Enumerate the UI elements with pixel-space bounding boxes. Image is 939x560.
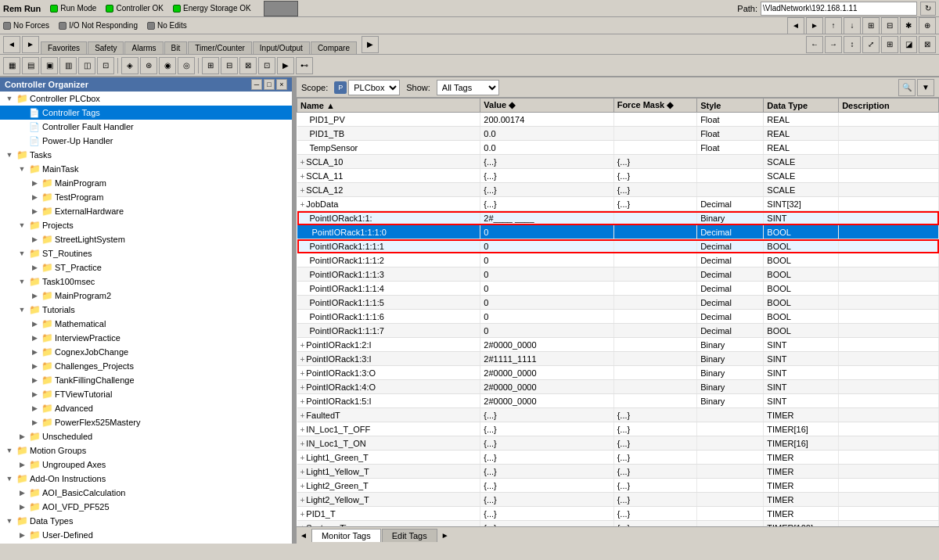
tab-compare[interactable]: Compare: [311, 41, 357, 54]
tree-toggle-ftview-tutorial[interactable]: ▶: [28, 388, 41, 400]
icon-btn-4[interactable]: ▥: [59, 57, 77, 74]
tree-toggle-aoi-basic-calculation[interactable]: ▶: [16, 486, 28, 499]
icon-btn-9[interactable]: ◉: [159, 57, 176, 74]
tree-item-controller-tags[interactable]: 📄Controller Tags: [0, 106, 292, 120]
expand-btn[interactable]: +: [300, 369, 305, 378]
tree-toggle-main-program[interactable]: ▶: [28, 177, 41, 189]
tree-item-st-routines[interactable]: ▼📁ST_Routines: [0, 246, 292, 260]
tab-inputoutput[interactable]: Input/Output: [253, 41, 310, 54]
toolbar-btn2[interactable]: ↓: [844, 17, 861, 34]
nav-prev-button[interactable]: ◄: [3, 36, 20, 53]
table-row[interactable]: +FaultedT {...} {...} TIMER: [297, 408, 939, 422]
tree-toggle-unscheduled[interactable]: ▶: [16, 430, 28, 443]
secondary-btn5[interactable]: ⊞: [881, 36, 898, 53]
tree-toggle-projects[interactable]: ▼: [16, 219, 28, 232]
tree-item-motion-groups[interactable]: ▼📁Motion Groups: [0, 443, 292, 458]
table-row[interactable]: +PointIORack1:5:I 2#0000_0000 Binary SIN…: [297, 394, 939, 408]
expand-btn[interactable]: +: [300, 496, 305, 504]
tree-item-add-on-instructions[interactable]: ▼📁Add-On Instructions: [0, 472, 292, 486]
expand-btn[interactable]: +: [300, 200, 305, 209]
path-input[interactable]: [761, 2, 917, 16]
table-row[interactable]: +SCLA_10 {...} {...} SCALE: [297, 155, 939, 169]
table-row[interactable]: TempSensor 0.0 Float REAL: [297, 141, 939, 155]
tree-item-ungrouped-axes[interactable]: ▶📁Ungrouped Axes: [0, 458, 292, 472]
tree-toggle-st-practice[interactable]: ▶: [28, 261, 41, 274]
scroll-left-icon[interactable]: ◄: [300, 531, 308, 540]
table-row[interactable]: PointIORack1:1:1:7 0 Decimal BOOL: [297, 324, 939, 338]
toolbar-back-button[interactable]: ◄: [787, 17, 804, 34]
tree-item-street-light-system[interactable]: ▶📁StreetLightSystem: [0, 232, 292, 246]
table-row[interactable]: +IN_Loc1_T_ON {...} {...} TIMER[16]: [297, 436, 939, 451]
table-row[interactable]: PointIORack1:1:1:5 0 Decimal BOOL: [297, 296, 939, 310]
tree-toggle-controller-plcbox[interactable]: ▼: [3, 92, 16, 105]
icon-btn-2[interactable]: ▤: [22, 57, 39, 74]
toolbar-btn3[interactable]: ⊞: [862, 17, 880, 34]
expand-btn[interactable]: +: [300, 158, 305, 167]
tree-item-cognex-job-change[interactable]: ▶📁CognexJobChange: [0, 345, 292, 359]
col-force-mask[interactable]: Force Mask ◆: [613, 99, 696, 113]
icon-btn-10[interactable]: ◎: [178, 57, 195, 74]
expand-btn[interactable]: +: [300, 440, 305, 448]
tree-toggle-challenges-projects[interactable]: ▶: [28, 360, 41, 372]
expand-btn[interactable]: +: [300, 454, 305, 462]
icon-btn-14[interactable]: ⊡: [258, 57, 275, 74]
panel-pin-button[interactable]: ─: [251, 79, 262, 90]
panel-min-button[interactable]: □: [264, 79, 275, 90]
expand-btn[interactable]: +: [300, 186, 305, 195]
tree-toggle-tasks[interactable]: ▼: [3, 149, 16, 161]
tree-item-interview-practice[interactable]: ▶📁InterviewPractice: [0, 331, 292, 345]
icon-btn-6[interactable]: ⊡: [97, 57, 114, 74]
table-row[interactable]: +System_Timer {...} {...} TIMER[100]: [297, 521, 939, 527]
bottom-tab-monitortags[interactable]: Monitor Tags: [311, 529, 381, 542]
table-row[interactable]: +Light1_Green_T {...} {...} TIMER: [297, 451, 939, 465]
expand-btn[interactable]: +: [300, 411, 305, 420]
table-row[interactable]: PID1_TB 0.0 Float REAL: [297, 127, 939, 141]
icon-btn-5[interactable]: ◫: [78, 57, 95, 74]
expand-btn[interactable]: +: [300, 355, 305, 364]
tree-item-aoi-vfd-pf525[interactable]: ▶📁AOI_VFD_PF525: [0, 500, 292, 514]
show-select[interactable]: All Tags: [437, 80, 499, 95]
tree-item-unscheduled[interactable]: ▶📁Unscheduled: [0, 429, 292, 443]
tree-toggle-main-program-2[interactable]: ▶: [28, 289, 41, 302]
tree-item-main-task[interactable]: ▼📁MainTask: [0, 162, 292, 176]
toolbar-btn1[interactable]: ↑: [825, 17, 842, 34]
table-row[interactable]: +JobData {...} {...} Decimal SINT[32]: [297, 197, 939, 211]
expand-btn[interactable]: +: [300, 482, 305, 490]
tree-toggle-aoi-vfd-pf525[interactable]: ▶: [16, 501, 28, 513]
icon-btn-1[interactable]: ▦: [3, 57, 20, 74]
tab-alarms[interactable]: Alarms: [124, 41, 163, 54]
tree-item-controller-plcbox[interactable]: ▼📁Controller PLCbox: [0, 92, 292, 106]
tree-item-data-types[interactable]: ▼📁Data Types: [0, 514, 292, 528]
table-row[interactable]: PointIORack1:1:1:0 0 Decimal BOOL: [297, 225, 939, 239]
table-row[interactable]: +PID1_T {...} {...} TIMER: [297, 507, 939, 521]
panel-close-button[interactable]: ×: [276, 79, 287, 90]
icon-btn-16[interactable]: ⊷: [296, 57, 313, 74]
scope-select[interactable]: PLCbox: [348, 80, 400, 95]
table-row[interactable]: +Light1_Yellow_T {...} {...} TIMER: [297, 465, 939, 479]
tag-search-button[interactable]: 🔍: [898, 79, 916, 96]
table-row[interactable]: +Light2_Green_T {...} {...} TIMER: [297, 479, 939, 493]
tree-toggle-tutorials[interactable]: ▼: [16, 303, 28, 316]
expand-btn[interactable]: +: [300, 425, 305, 434]
scroll-right-icon[interactable]: ►: [441, 531, 449, 540]
col-description[interactable]: Description: [839, 99, 939, 113]
tree-toggle-task100msec[interactable]: ▼: [16, 275, 28, 288]
tab-bit[interactable]: Bit: [164, 41, 188, 54]
tab-favorites[interactable]: Favorites: [41, 41, 87, 54]
icon-btn-3[interactable]: ▣: [41, 57, 58, 74]
expand-btn[interactable]: +: [300, 383, 305, 392]
tab-timercounter[interactable]: Timer/Counter: [188, 41, 252, 54]
table-row[interactable]: PID1_PV 200.00174 Float REAL: [297, 113, 939, 127]
nav-next-button[interactable]: ►: [22, 36, 39, 53]
tree-toggle-motion-groups[interactable]: ▼: [3, 444, 16, 457]
tree-item-advanced[interactable]: ▶📁Advanced: [0, 401, 292, 415]
icon-btn-13[interactable]: ⊠: [239, 57, 257, 74]
tree-toggle-ungrouped-axes[interactable]: ▶: [16, 458, 28, 471]
secondary-btn4[interactable]: ⤢: [862, 36, 880, 53]
tree-item-test-program[interactable]: ▶📁TestProgram: [0, 190, 292, 204]
tab-safety[interactable]: Safety: [88, 41, 124, 54]
expand-btn[interactable]: +: [300, 341, 305, 350]
tree-toggle-tank-filling-challenge[interactable]: ▶: [28, 374, 41, 386]
table-row[interactable]: +PointIORack1:4:O 2#0000_0000 Binary SIN…: [297, 380, 939, 394]
bottom-tab-edittags[interactable]: Edit Tags: [382, 529, 437, 542]
